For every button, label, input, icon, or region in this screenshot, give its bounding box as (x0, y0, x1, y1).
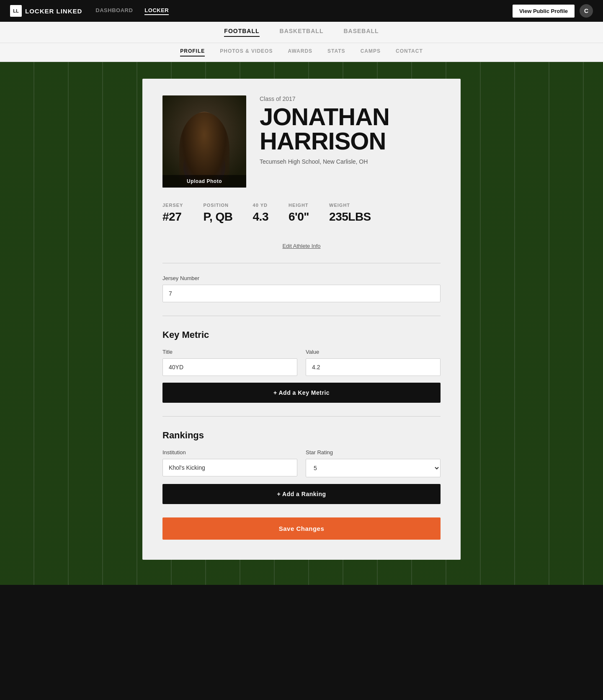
top-nav-links: DASHBOARD LOCKER (95, 7, 169, 15)
stats-row: JERSEY #27 POSITION P, QB 40 YD 4.3 HEIG… (162, 203, 441, 234)
key-metric-title-label: Title (162, 349, 297, 355)
tab-camps[interactable]: CAMPS (361, 48, 381, 57)
key-metric-value-label: Value (306, 349, 441, 355)
tab-stats[interactable]: STATS (327, 48, 345, 57)
divider-3 (162, 416, 441, 417)
view-public-profile-button[interactable]: View Public Profile (513, 5, 575, 18)
stat-position-value: P, QB (203, 210, 232, 224)
rankings-star-rating-select[interactable]: 1 2 3 4 5 (306, 459, 441, 477)
rankings-heading: Rankings (162, 430, 441, 441)
athlete-photo (162, 95, 246, 188)
stat-forty-yd: 40 YD 4.3 (253, 203, 268, 224)
upload-photo-overlay[interactable]: Upload Photo (162, 175, 246, 188)
rankings-fields: Institution Star Rating 1 2 3 4 5 (162, 449, 441, 477)
athlete-last-name: HARRISON (260, 127, 386, 154)
top-navigation: LL LOCKER LINKED DASHBOARD LOCKER View P… (0, 0, 603, 22)
photo-container[interactable]: Upload Photo (162, 95, 246, 188)
rankings-institution-wrap: Institution (162, 449, 297, 477)
svg-point-1 (191, 112, 218, 142)
tab-profile[interactable]: PROFILE (180, 48, 205, 57)
stat-jersey: JERSEY #27 (162, 203, 183, 224)
stat-jersey-label: JERSEY (162, 203, 183, 208)
nav-link-dashboard[interactable]: DASHBOARD (95, 7, 133, 15)
divider-2 (162, 316, 441, 316)
stat-height-value: 6'0" (289, 210, 309, 224)
avatar[interactable]: C (580, 4, 593, 18)
svg-rect-0 (162, 95, 246, 188)
sport-tabs: FOOTBALL BASKETBALL BASEBALL (0, 22, 603, 43)
profile-header: Upload Photo Class of 2017 JONATHAN HARR… (162, 95, 441, 188)
add-ranking-button[interactable]: + Add a Ranking (162, 484, 441, 504)
profile-card: Upload Photo Class of 2017 JONATHAN HARR… (142, 79, 461, 560)
key-metric-fields: Title Value (162, 349, 441, 376)
logo-icon-text: LL (13, 8, 18, 13)
stat-forty-yd-value: 4.3 (253, 210, 268, 224)
jersey-number-input[interactable] (162, 285, 441, 302)
stat-height-label: HEIGHT (289, 203, 309, 208)
key-metric-title-wrap: Title (162, 349, 297, 376)
tab-basketball[interactable]: BASKETBALL (280, 28, 324, 37)
key-metric-value-wrap: Value (306, 349, 441, 376)
background-area: Upload Photo Class of 2017 JONATHAN HARR… (0, 62, 603, 585)
nav-link-locker[interactable]: LOCKER (144, 7, 169, 15)
svg-point-4 (197, 124, 212, 136)
nav-left: LL LOCKER LINKED DASHBOARD LOCKER (10, 5, 169, 17)
add-key-metric-button[interactable]: + Add a Key Metric (162, 383, 441, 403)
rankings-institution-label: Institution (162, 449, 297, 456)
rankings-star-rating-label: Star Rating (306, 449, 441, 456)
tab-baseball[interactable]: BASEBALL (343, 28, 379, 37)
stat-position: POSITION P, QB (203, 203, 232, 224)
stat-jersey-value: #27 (162, 210, 183, 224)
tab-awards[interactable]: AWARDS (288, 48, 312, 57)
logo-icon: LL (10, 5, 22, 17)
jersey-number-group: Jersey Number (162, 275, 441, 302)
class-year: Class of 2017 (260, 95, 441, 102)
stat-weight: WEIGHT 235LBS (329, 203, 371, 224)
athlete-name: JONATHAN HARRISON (260, 105, 441, 153)
profile-info: Class of 2017 JONATHAN HARRISON Tecumseh… (260, 95, 441, 165)
edit-athlete-info-link[interactable]: Edit Athlete Info (282, 243, 320, 249)
rankings-institution-input[interactable] (162, 459, 297, 476)
jersey-number-label: Jersey Number (162, 275, 441, 281)
stat-weight-label: WEIGHT (329, 203, 371, 208)
edit-athlete-info-container: Edit Athlete Info (162, 242, 441, 250)
key-metric-section: Key Metric Title Value + Add a Key Metri… (162, 329, 441, 403)
stat-height: HEIGHT 6'0" (289, 203, 309, 224)
save-changes-button[interactable]: Save Changes (162, 517, 441, 540)
nav-right: View Public Profile C (513, 4, 593, 18)
tab-photos-videos[interactable]: PHOTOS & VIDEOS (220, 48, 273, 57)
key-metric-value-input[interactable] (306, 358, 441, 376)
section-tabs: PROFILE PHOTOS & VIDEOS AWARDS STATS CAM… (0, 43, 603, 62)
rankings-section: Rankings Institution Star Rating 1 2 3 4… (162, 430, 441, 504)
stat-forty-yd-label: 40 YD (253, 203, 268, 208)
key-metric-heading: Key Metric (162, 329, 441, 340)
school-info: Tecumseh High School, New Carlisle, OH (260, 158, 441, 165)
athlete-photo-svg (162, 95, 246, 188)
stat-weight-value: 235LBS (329, 210, 371, 224)
tab-football[interactable]: FOOTBALL (224, 28, 259, 37)
key-metric-title-input[interactable] (162, 358, 297, 376)
rankings-star-rating-wrap: Star Rating 1 2 3 4 5 (306, 449, 441, 477)
logo-text: LOCKER LINKED (25, 8, 82, 15)
tab-contact[interactable]: CONTACT (396, 48, 423, 57)
stat-position-label: POSITION (203, 203, 232, 208)
logo: LL LOCKER LINKED (10, 5, 82, 17)
athlete-first-name: JONATHAN (260, 103, 389, 130)
divider-1 (162, 263, 441, 263)
